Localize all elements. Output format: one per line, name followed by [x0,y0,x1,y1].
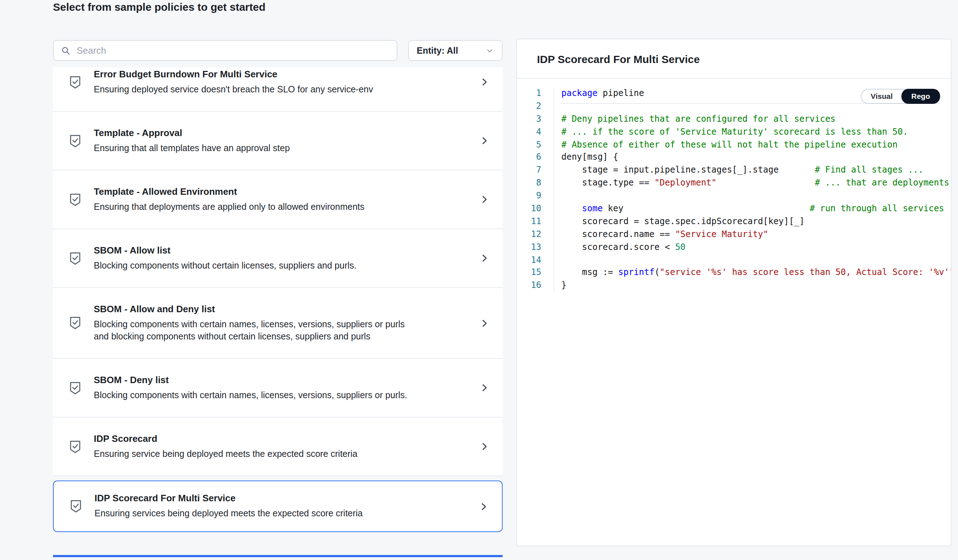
code-line: # Deny pipelines that are configured for… [561,113,951,126]
policy-text: SBOM - Deny list Blocking components wit… [94,374,470,401]
line-number: 1 [517,87,541,100]
line-number: 14 [517,254,541,267]
policy-list-item[interactable]: Template - Approval Ensuring that all te… [53,112,503,170]
code-editor[interactable]: 12345678910111213141516 package pipeline… [517,79,951,292]
policy-text: IDP Scorecard For Multi Service Ensuring… [95,493,470,520]
policy-shield-icon [67,315,83,331]
policy-list-item[interactable]: IDP Scorecard For Multi Service Ensuring… [53,481,503,532]
page-title: Select from sample policies to get start… [53,1,266,13]
policy-shield-icon [67,192,83,207]
bottom-accent-bar [53,555,503,557]
entity-filter-label: Entity: All [417,46,458,56]
code-line: stage = input.pipeline.stages[_].stage #… [561,164,951,177]
entity-filter-dropdown[interactable]: Entity: All [408,40,503,61]
policy-title: SBOM - Deny list [94,374,470,385]
policy-title: Template - Approval [94,127,470,138]
policy-shield-icon [67,250,83,266]
line-number: 12 [517,228,541,241]
code-line [561,190,951,203]
code-line: # Absence of either of these will not ha… [561,138,951,151]
line-number: 5 [517,138,541,151]
policy-shield-icon [67,133,83,149]
line-number: 7 [517,164,541,177]
policy-text: IDP Scorecard Ensuring service being dep… [94,433,470,460]
code-line: # ... if the score of 'Service Maturity'… [561,126,951,138]
policy-description: Ensuring that deployments are applied on… [94,201,416,213]
chevron-down-icon [485,46,494,55]
search-input[interactable] [77,45,390,56]
policy-description: Ensuring deployed service doesn't breach… [94,83,416,95]
search-icon [61,46,71,56]
policy-list-item[interactable]: IDP Scorecard Ensuring service being dep… [53,417,503,476]
policy-shield-icon [67,74,83,90]
toggle-visual-button[interactable]: Visual [861,89,902,103]
policy-description: Blocking components without certain lice… [94,260,416,272]
policy-shield-icon [68,498,84,514]
line-number: 9 [517,190,541,203]
preview-title: IDP Scorecard For Multi Service [537,52,700,65]
policy-description: Blocking components with certain names, … [94,389,416,401]
code-line: } [561,280,951,292]
policy-list-item[interactable]: SBOM - Allow list Blocking components wi… [53,229,503,288]
line-number: 10 [517,203,541,216]
policy-text: Error Budget Burndown For Multi Service … [94,68,470,95]
policy-description: Blocking components with certain names, … [94,318,416,343]
policy-preview-panel: IDP Scorecard For Multi Service 12345678… [516,39,952,546]
code-line: deny[msg] { [561,151,951,164]
policy-text: SBOM - Allow and Deny list Blocking comp… [94,303,470,343]
line-number: 16 [517,280,541,292]
chevron-right-icon [479,77,490,87]
policy-rows: Error Budget Burndown For Multi Service … [53,67,503,476]
policy-title: IDP Scorecard [94,433,470,444]
policy-list-item[interactable]: SBOM - Allow and Deny list Blocking comp… [53,288,503,359]
policy-list: Error Budget Burndown For Multi Service … [53,67,503,546]
policy-title: SBOM - Allow and Deny list [94,303,470,315]
line-number: 2 [517,100,541,113]
code-line: scorecard.score < 50 [561,241,951,254]
line-number: 15 [517,267,541,280]
chevron-right-icon [479,194,490,205]
policy-list-item[interactable]: Error Budget Burndown For Multi Service … [53,67,503,112]
policy-title: Error Budget Burndown For Multi Service [94,68,470,80]
policy-text: Template - Approval Ensuring that all te… [94,127,470,154]
line-number: 3 [517,113,541,126]
code-line: msg := sprintf("service '%s' has score l… [561,267,951,280]
line-number: 8 [517,177,541,190]
line-number: 13 [517,241,541,254]
code-line: scorecard.name == "Service Maturity" [561,228,951,241]
preview-header: IDP Scorecard For Multi Service [517,40,951,79]
line-number: 4 [517,126,541,138]
chevron-right-icon [479,317,490,328]
search-box[interactable] [53,40,397,61]
chevron-right-icon [479,441,490,452]
view-mode-toggle[interactable]: Visual Rego [861,89,940,104]
code-line: stage.type == "Deployment" # ... that ar… [561,177,951,190]
toggle-rego-button[interactable]: Rego [901,89,941,104]
code-line: some key # run through all services [561,203,951,216]
code-content: package pipeline# Deny pipelines that ar… [554,87,951,292]
policy-list-item[interactable]: SBOM - Deny list Blocking components wit… [53,359,503,417]
policy-text: SBOM - Allow list Blocking components wi… [94,244,470,272]
chevron-right-icon [478,501,489,512]
policy-selected-wrap: IDP Scorecard For Multi Service Ensuring… [53,481,503,532]
policy-library-page: Select from sample policies to get start… [0,0,958,560]
line-number: 11 [517,216,541,228]
chevron-right-icon [479,382,490,393]
policy-title: SBOM - Allow list [94,244,470,256]
policy-description: Ensuring services being deployed meets t… [95,508,417,520]
policy-title: Template - Allowed Environment [94,186,470,197]
policy-list-item[interactable]: Template - Allowed Environment Ensuring … [53,170,503,229]
policy-description: Ensuring that all templates have an appr… [94,142,416,154]
policy-description: Ensuring service being deployed meets th… [94,448,416,460]
code-line [561,254,951,267]
chevron-right-icon [479,135,490,146]
policy-list-scroll[interactable]: Error Budget Burndown For Multi Service … [53,67,503,532]
policy-title: IDP Scorecard For Multi Service [95,493,470,504]
code-line-numbers: 12345678910111213141516 [517,87,554,292]
code-line: scorecard = stage.spec.idpScorecard[key]… [561,216,951,228]
policy-shield-icon [67,439,83,454]
line-number: 6 [517,151,541,164]
policy-shield-icon [67,380,83,396]
policy-text: Template - Allowed Environment Ensuring … [94,186,470,213]
chevron-right-icon [479,253,490,263]
